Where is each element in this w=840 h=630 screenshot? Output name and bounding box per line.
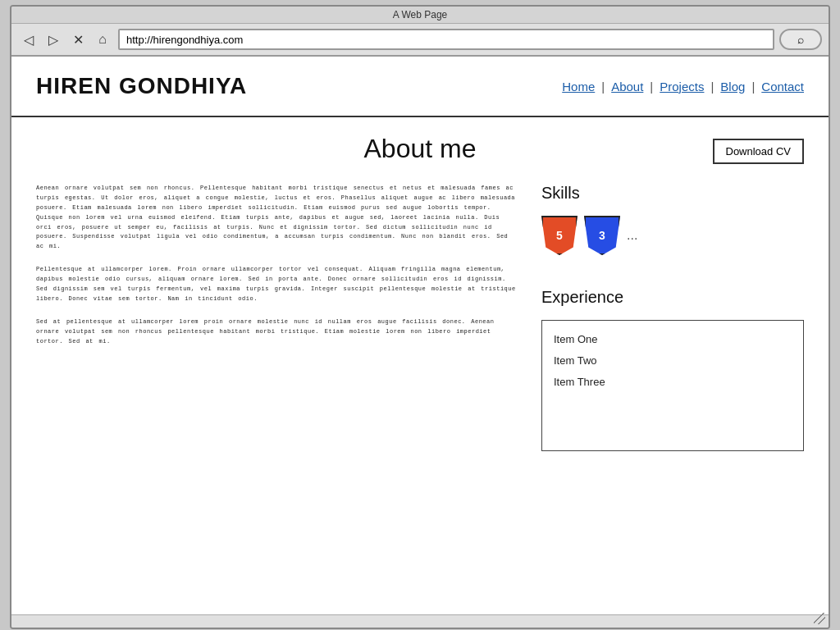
nav-projects[interactable]: Projects — [660, 80, 704, 94]
home-button[interactable]: ⌂ — [92, 29, 113, 50]
nav-sep-2: | — [650, 80, 653, 94]
resize-handle[interactable] — [814, 613, 825, 624]
experience-title: Experience — [541, 288, 804, 307]
experience-list: Item One Item Two Item Three — [541, 320, 804, 451]
html5-icon: 5 — [541, 216, 578, 255]
site-header: HIREN GONDHIYA Home | About | Projects |… — [11, 57, 829, 117]
close-button[interactable]: ✕ — [67, 29, 89, 50]
page-title: About me — [364, 134, 477, 164]
nav-sep-1: | — [601, 80, 605, 94]
browser-title-bar: A Web Page — [11, 7, 829, 24]
site-logo: HIREN GONDHIYA — [36, 73, 247, 99]
skills-more: ... — [627, 228, 637, 243]
nav-blog[interactable]: Blog — [720, 80, 745, 94]
left-column: Aenean ornare volutpat sem non rhoncus. … — [36, 184, 517, 451]
nav-home[interactable]: Home — [562, 80, 595, 94]
css3-icon: 3 — [584, 216, 620, 255]
browser-title: A Web Page — [393, 9, 448, 21]
nav-sep-4: | — [751, 80, 755, 94]
content-wrapper: About me Download CV Aenean ornare volut… — [11, 117, 829, 476]
nav-contact[interactable]: Contact — [761, 80, 804, 94]
nav-about[interactable]: About — [611, 80, 643, 94]
html5-label: 5 — [556, 229, 563, 242]
address-bar[interactable] — [118, 29, 774, 50]
search-button[interactable]: ⌕ — [779, 29, 822, 50]
site-nav: Home | About | Projects | Blog | Contact — [562, 80, 804, 94]
back-button[interactable]: ◁ — [18, 29, 39, 50]
body-text-1: Aenean ornare volutpat sem non rhoncus. … — [36, 184, 517, 346]
css3-label: 3 — [599, 229, 605, 242]
skills-section: Skills 5 3 — [541, 184, 804, 255]
paragraph-2: Pellentesque at ullamcorper lorem. Proin… — [36, 265, 517, 304]
right-column: Skills 5 3 — [541, 184, 804, 451]
browser-toolbar: ◁ ▷ ✕ ⌂ ⌕ — [11, 24, 829, 57]
paragraph-3: Sed at pellentesque at ullamcorper lorem… — [36, 317, 517, 347]
skills-icons: 5 3 ... — [541, 216, 804, 255]
experience-item-2: Item Two — [554, 350, 792, 372]
html5-shield-shape: 5 — [541, 216, 578, 255]
browser-status-bar — [11, 614, 829, 628]
search-icon: ⌕ — [797, 33, 804, 46]
nav-buttons: ◁ ▷ ✕ ⌂ — [18, 29, 113, 50]
page-content: HIREN GONDHIYA Home | About | Projects |… — [11, 57, 829, 614]
experience-section: Experience Item One Item Two Item Three — [541, 288, 804, 451]
download-cv-button[interactable]: Download CV — [713, 139, 805, 164]
css3-shield-shape: 3 — [584, 216, 620, 255]
two-column-layout: Aenean ornare volutpat sem non rhoncus. … — [36, 184, 804, 451]
forward-button[interactable]: ▷ — [43, 29, 64, 50]
experience-item-3: Item Three — [554, 372, 792, 393]
experience-item-1: Item One — [554, 329, 792, 350]
skills-title: Skills — [541, 184, 804, 203]
title-row: About me Download CV — [36, 134, 804, 164]
nav-sep-3: | — [710, 80, 714, 94]
paragraph-1: Aenean ornare volutpat sem non rhoncus. … — [36, 184, 517, 252]
browser-window: A Web Page ◁ ▷ ✕ ⌂ ⌕ HIREN GONDHIYA Home… — [10, 5, 830, 629]
